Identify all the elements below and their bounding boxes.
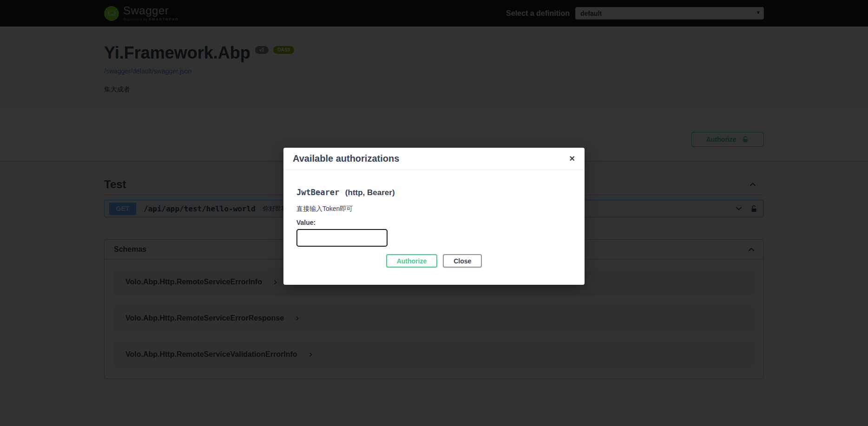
token-value-input[interactable] xyxy=(296,229,388,247)
modal-header: Available authorizations ✕ xyxy=(283,148,585,170)
modal-title: Available authorizations xyxy=(293,153,399,164)
auth-scheme-heading: JwtBearer (http, Bearer) xyxy=(296,188,572,197)
auth-scheme-description: 直接输入Token即可 xyxy=(296,205,572,213)
modal-close-button[interactable]: Close xyxy=(443,254,482,268)
auth-scheme-name: JwtBearer xyxy=(296,188,339,197)
value-label: Value: xyxy=(296,219,572,226)
modal-button-row: Authorize Close xyxy=(296,254,572,268)
close-icon[interactable]: ✕ xyxy=(569,154,575,163)
modal-authorize-button[interactable]: Authorize xyxy=(386,254,438,268)
modal-body: JwtBearer (http, Bearer) 直接输入Token即可 Val… xyxy=(283,170,585,285)
authorizations-modal: Available authorizations ✕ JwtBearer (ht… xyxy=(283,148,585,285)
auth-scheme-type: (http, Bearer) xyxy=(345,188,395,197)
